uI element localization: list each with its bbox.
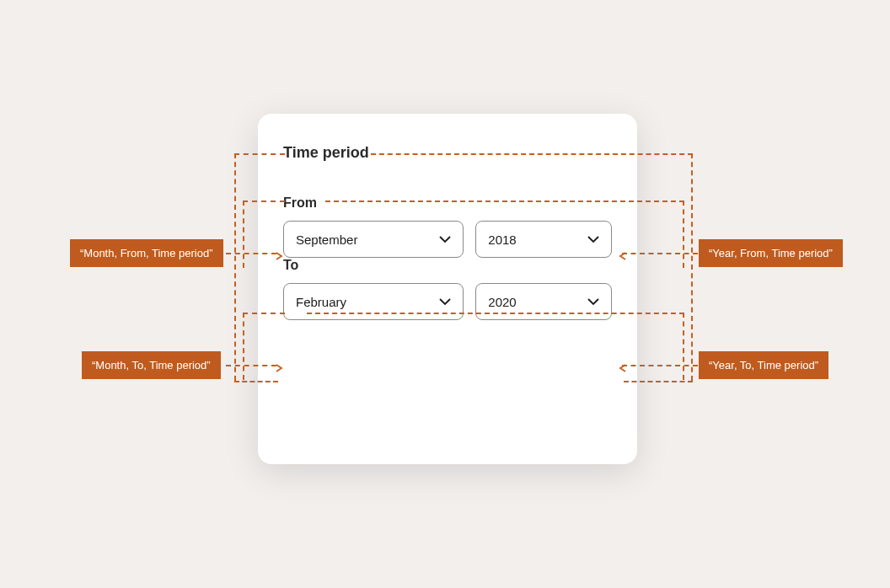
guide-line	[243, 200, 285, 202]
guide-line	[243, 313, 244, 380]
annotation-to-year: “Year, To, Time period”	[699, 351, 828, 379]
to-month-value: February	[296, 295, 346, 309]
chevron-down-icon	[439, 233, 451, 245]
annotation-from-month: “Month, From, Time period”	[70, 239, 223, 267]
from-month-select[interactable]: September	[283, 221, 464, 258]
guide-line	[371, 153, 693, 155]
arrow-left-icon	[619, 249, 627, 257]
arrow-right-icon	[275, 361, 283, 369]
guide-line	[234, 153, 285, 155]
chevron-down-icon	[439, 296, 451, 307]
to-month-select[interactable]: February	[283, 283, 464, 320]
from-label: From	[283, 195, 612, 211]
guide-line	[307, 313, 684, 314]
chevron-down-icon	[587, 233, 599, 245]
guide-line	[226, 253, 276, 254]
guide-line	[234, 153, 236, 381]
annotation-from-year: “Year, From, Time period”	[699, 239, 843, 267]
to-year-select[interactable]: 2020	[475, 283, 612, 320]
guide-line	[325, 200, 684, 202]
arrow-right-icon	[275, 249, 283, 257]
from-year-select[interactable]: 2018	[475, 221, 612, 258]
guide-line	[691, 153, 693, 381]
guide-line	[622, 365, 698, 366]
annotation-to-month: “Month, To, Time period”	[82, 351, 221, 379]
guide-line	[624, 381, 693, 382]
to-year-value: 2020	[488, 295, 516, 309]
arrow-left-icon	[619, 361, 627, 369]
from-row: September 2018	[283, 221, 612, 258]
to-row: February 2020	[283, 283, 612, 320]
time-period-card: Time period From September 2018	[258, 114, 637, 464]
guide-line	[234, 381, 278, 382]
from-group: From September 2018	[283, 195, 612, 258]
guide-line	[683, 313, 684, 380]
guide-line	[226, 365, 276, 366]
guide-line	[683, 200, 684, 268]
from-month-value: September	[296, 233, 357, 247]
from-year-value: 2018	[488, 233, 516, 247]
chevron-down-icon	[587, 296, 599, 307]
diagram-canvas: Time period From September 2018	[0, 0, 890, 588]
to-group: To February 2020	[283, 258, 612, 320]
guide-line	[622, 253, 698, 254]
guide-line	[243, 313, 285, 314]
to-label: To	[283, 258, 612, 273]
guide-line	[243, 200, 244, 268]
